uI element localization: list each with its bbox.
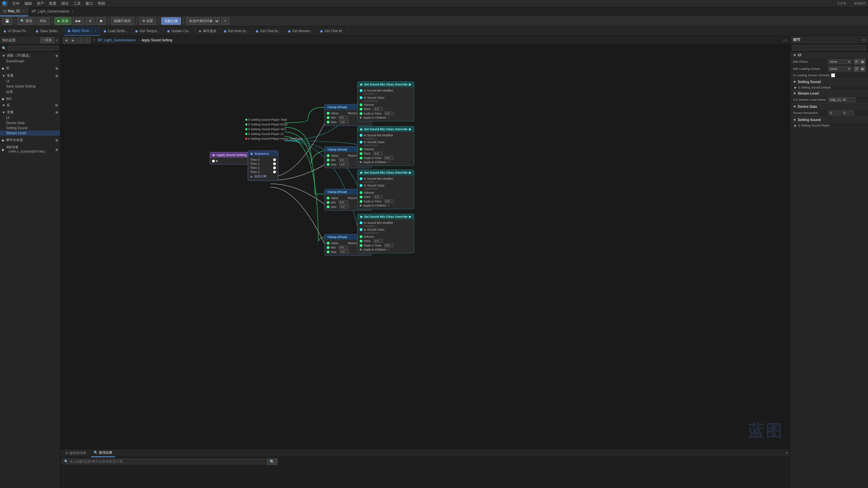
pause-button[interactable]: ⏸	[86, 17, 95, 25]
tab-ui-show[interactable]: ◉ UI Show Ph...	[0, 26, 32, 36]
subsection-sound-player[interactable]: ▶ S Setting Sound Player	[790, 123, 868, 128]
tab-get-moment[interactable]: ◉ Get Momen...	[284, 26, 317, 36]
map-tab-blueprint[interactable]: BP_Light_GameInstance ×	[28, 7, 77, 16]
ie-header[interactable]: ▼ IE ⚙	[0, 103, 60, 108]
default-button[interactable]: 实默认值	[161, 17, 181, 25]
pin-clamp1-max-input[interactable]	[339, 120, 349, 124]
pin-ss4-fadein-input[interactable]	[384, 243, 394, 247]
bottom-panel-close-button[interactable]: ×	[786, 451, 788, 455]
prop-screen-res-x[interactable]	[828, 111, 841, 115]
left-item-streamlevel[interactable]: Stream Level	[0, 131, 60, 136]
pin-clamp4-max-input[interactable]	[339, 250, 349, 254]
menu-item-tools[interactable]: 工具	[73, 1, 81, 6]
node-set-sound2[interactable]: ▶ Set Sound Mix Class Override ▶ In Soun…	[357, 126, 414, 166]
left-item-ui2[interactable]: UI	[0, 115, 60, 120]
pin-ss2-pitch-input[interactable]	[373, 152, 383, 155]
section-setting-sound2-header[interactable]: ▼ Setting Sound	[790, 117, 868, 123]
blueprint-canvas[interactable]: ▶ Apply Sound Setting ▶ ▶ Sequence	[60, 45, 790, 449]
tab-compiler-results[interactable]: ⚙ 编译器结果	[62, 449, 89, 457]
events-header[interactable]: ▶ 事件分发器 ⊕	[0, 137, 60, 143]
pin-ss1-fadein-input[interactable]	[384, 112, 394, 115]
pin-clamp3-max-input[interactable]	[339, 205, 349, 209]
vars-header[interactable]: ▼ 变量 ⊕	[0, 73, 60, 79]
tab-apply-close[interactable]: ×	[95, 29, 96, 33]
hide-button[interactable]: 隐藏不相关	[111, 17, 134, 25]
tab-event-graph[interactable]: ◉ 事件图表	[195, 26, 220, 36]
pin-clamp2-max-input[interactable]	[339, 162, 349, 166]
left-item-eventgraph[interactable]: EventGraph	[0, 59, 60, 64]
pin-clamp1-min-input[interactable]	[339, 116, 348, 119]
functions-header[interactable]: ▼ 函数（3可覆盖） ⊕	[0, 53, 60, 59]
breadcrumb-path1[interactable]: BP_Light_GameInstance	[98, 38, 136, 42]
section-stream-level-header[interactable]: ▼ Stream Level	[790, 90, 868, 97]
left-search-input[interactable]	[8, 46, 58, 51]
save-button[interactable]: 💾	[2, 17, 12, 25]
functions-add-icon[interactable]: ⊕	[55, 54, 58, 58]
pin-seq-addpin[interactable]: ⊕ 添加引脚	[250, 174, 276, 179]
node-sequence[interactable]: ▶ Sequence Then 0 Then 1 Then	[248, 151, 278, 181]
step-button[interactable]: ▶▶	[73, 17, 84, 25]
tab-load-setting[interactable]: ◉ Load Settin...	[100, 26, 132, 36]
tab-get-chatm[interactable]: ◉ Get Chat M...	[317, 26, 348, 36]
menu-item-view[interactable]: 查看	[49, 1, 56, 6]
breadcrumb-up[interactable]: ↑	[77, 37, 83, 43]
map-tab-map01[interactable]: ⬡ Map_01 ×	[0, 7, 28, 16]
menu-item-window[interactable]: 窗口	[86, 1, 93, 6]
prop-cur-stream-input[interactable]	[828, 97, 855, 102]
left-item-video[interactable]: 短视	[0, 89, 60, 95]
pin-ss1-pitch-input[interactable]	[373, 107, 383, 111]
pin-ss4-pitch-input[interactable]	[373, 239, 383, 243]
prop-wb-loading-value[interactable]: None ▾	[828, 66, 852, 71]
ie-settings-icon[interactable]: ⚙	[55, 103, 58, 107]
right-panel-close-button[interactable]: ×	[863, 37, 865, 42]
diff-button[interactable]: 对比	[37, 17, 50, 25]
right-search-input[interactable]	[792, 45, 866, 51]
prop-wb-loading-browse[interactable]: ◉	[860, 66, 865, 72]
vars2-add-icon[interactable]: ⊕	[55, 111, 58, 114]
left-panel-close[interactable]: ×	[55, 37, 58, 43]
map-tab-close[interactable]: ×	[23, 9, 24, 13]
settings-button[interactable]: ⚙ 设置	[139, 17, 156, 25]
pin-ss3-fadein-input[interactable]	[384, 199, 394, 203]
left-item-devicedata[interactable]: Device Data	[0, 120, 60, 125]
find-button[interactable]: 🔍 查找	[17, 17, 35, 25]
pin-clamp4-min-input[interactable]	[339, 246, 348, 249]
section-device-header[interactable]: ▼ Device Data	[790, 103, 868, 110]
macros-header[interactable]: ▶ 宏 ⊕	[0, 65, 60, 71]
pin-ss2-fadein-input[interactable]	[384, 156, 394, 160]
prop-wb-loading-reset[interactable]: ↺	[854, 66, 859, 72]
menu-item-file[interactable]: 文件	[12, 1, 20, 6]
section-ui-header[interactable]: ▼ UI	[790, 52, 868, 58]
node-set-sound3[interactable]: ▶ Set Sound Mix Class Override ▶ In Soun…	[357, 170, 414, 209]
tab-get-note[interactable]: ◉ Get Note by...	[220, 26, 252, 36]
pin-ss3-pitch-input[interactable]	[373, 195, 383, 199]
tab-get-teleport[interactable]: ◉ Get Telepor...	[132, 26, 163, 36]
node-apply-sound[interactable]: ▶ Apply Sound Setting ▶	[210, 152, 250, 164]
vars2-header[interactable]: ▼ 变量 ⊕	[0, 109, 60, 115]
breadcrumb-forward[interactable]: ▶	[70, 37, 76, 43]
stop-button[interactable]: ⏹	[96, 17, 106, 25]
prop-loading-showed-checkbox[interactable]	[831, 73, 835, 77]
mode-extra-btn[interactable]: +	[221, 17, 229, 25]
tab-save-setting[interactable]: ◉ Save Settin...	[32, 26, 64, 36]
local-vars-header[interactable]: ▶ 局部变量（APPLY_SOUNDSETTING） ⊕	[0, 144, 60, 155]
mode-select[interactable]: 未选中测试对象	[186, 17, 220, 25]
left-item-savegame[interactable]: Save Game Setting	[0, 84, 60, 89]
node-set-sound1[interactable]: ▶ Set Sound Mix Class Override ▶ In Soun…	[357, 81, 414, 121]
prop-wb-phone-reset[interactable]: ↺	[854, 59, 859, 64]
tab-apply-sound[interactable]: ◉ Apply Soun... ×	[64, 26, 100, 36]
events-settings[interactable]: ⊕	[55, 138, 58, 142]
menu-item-edit[interactable]: 编辑	[24, 1, 32, 6]
add-button[interactable]: + 添加	[40, 37, 54, 43]
prop-wb-phone-browse[interactable]: ◉	[860, 59, 865, 64]
left-item-settingsound[interactable]: Setting Sound	[0, 125, 60, 131]
tab-get-chat[interactable]: ◉ Get Chat by...	[252, 26, 284, 36]
breadcrumb-home[interactable]: ⌂	[84, 37, 91, 43]
wx-header[interactable]: ▶ WX	[0, 96, 60, 101]
prop-screen-res-y[interactable]	[842, 111, 854, 115]
bottom-search-button[interactable]: 🔍	[267, 458, 278, 465]
tab-find-results[interactable]: 🔍 查找结果	[91, 449, 115, 457]
pin-clamp2-min-input[interactable]	[339, 158, 348, 162]
breadcrumb-back[interactable]: ◀	[63, 37, 69, 43]
vars-add-icon[interactable]: ⊕	[55, 74, 58, 78]
